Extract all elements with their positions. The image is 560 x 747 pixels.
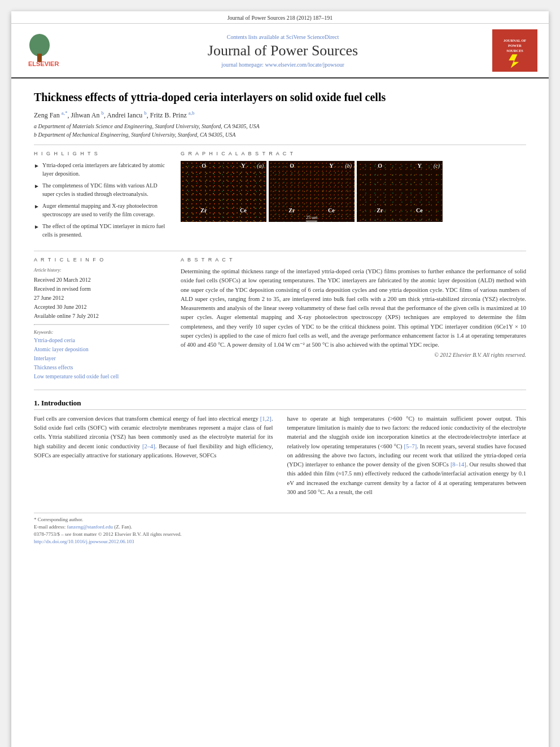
email-address[interactable]: fanzeng@stanford.edu [67, 524, 113, 530]
ga-panel-c-label: (c) [434, 163, 440, 169]
introduction-section: 1. Introduction Fuel cells are conversio… [34, 399, 526, 501]
authors-text: Zeng Fan a,*, Jihwan An b, Andrei Iancu … [34, 111, 194, 119]
highlight-arrow-3: ► [34, 202, 40, 211]
journal-ref-bar: Journal of Power Sources 218 (2012) 187–… [11, 11, 549, 24]
ga-el-Ce-c: Ce [416, 207, 423, 213]
doi-link[interactable]: http://dx.doi.org/10.1016/j.jpowsour.201… [34, 539, 134, 544]
abstract-col: A B S T R A C T Determining the optimal … [181, 257, 526, 381]
intro-col-right: have to operate at high temperatures (>6… [287, 414, 527, 501]
highlight-item-2: ► The completeness of YDC films with var… [34, 181, 169, 198]
ref-5-7[interactable]: [5–7] [404, 443, 417, 449]
intro-para-1: Fuel cells are conversion devices that t… [34, 414, 273, 460]
ga-panel-a-bottom: Zr Ce [181, 206, 266, 215]
svg-text:POWER: POWER [508, 43, 522, 47]
corresponding-line: * Corresponding author. [34, 517, 526, 522]
ga-panel-c: O Y Zr Ce (c) [357, 161, 443, 222]
highlights-section: H I G H L I G H T S ► Yttria-doped ceria… [34, 151, 169, 242]
article-info-col: A R T I C L E I N F O Article history: R… [34, 257, 169, 381]
highlight-item-3: ► Auger elemental mapping and X-ray phot… [34, 202, 169, 219]
received-date: Received 20 March 2012 [34, 276, 169, 285]
highlight-arrow-1: ► [34, 161, 40, 170]
ga-panels: O Y Zr Ce (a) O Y [181, 161, 526, 222]
svg-text:JOURNAL OF: JOURNAL OF [504, 38, 527, 42]
history-label: Article history: [34, 267, 169, 274]
highlights-graphical-section: H I G H L I G H T S ► Yttria-doped ceria… [34, 151, 526, 242]
highlight-item-1: ► Yttria-doped ceria interlayers are fab… [34, 161, 169, 178]
divider-2 [34, 251, 526, 251]
ga-el-O-c: O [378, 163, 382, 169]
received-revised-label: Received in revised form [34, 285, 169, 294]
ga-el-Ce-a: Ce [240, 207, 247, 213]
graphical-abstract-heading: G R A P H I C A L A B S T R A C T [181, 151, 526, 156]
abstract-text: Determining the optimal thickness range … [181, 267, 526, 350]
ga-panel-a-top: O Y [181, 161, 266, 171]
highlight-text-2: The completeness of YDC films with vario… [42, 181, 169, 198]
ga-panel-b-bottom: Zr Ce [269, 206, 355, 215]
keyword-3: Interlayer [34, 354, 169, 363]
sciverse-text: Contents lists available at [227, 34, 286, 40]
highlight-arrow-2: ► [34, 182, 40, 190]
keyword-2: Atomic layer deposition [34, 345, 169, 354]
ga-panel-b: O Y Zr Ce (b) 25 um [269, 161, 355, 222]
highlight-text-3: Auger elemental mapping and X-ray photoe… [42, 202, 169, 219]
ga-el-Zr-b: Zr [288, 207, 295, 213]
email-suffix: (Z. Fan). [114, 524, 132, 530]
intro-body: Fuel cells are conversion devices that t… [34, 414, 526, 501]
intro-heading: 1. Introduction [34, 399, 526, 410]
article-info-box: Article history: Received 20 March 2012 … [34, 267, 169, 321]
corresponding-label: * Corresponding author. [34, 517, 83, 522]
article-title: Thickness effects of yttria-doped ceria … [34, 90, 526, 104]
intro-para-2: have to operate at high temperatures (>6… [287, 414, 527, 497]
svg-point-1 [29, 34, 50, 56]
highlights-heading: H I G H L I G H T S [34, 151, 169, 156]
info-divider [34, 324, 169, 325]
ga-panel-a-label: (a) [257, 163, 264, 169]
intro-col-left: Fuel cells are conversion devices that t… [34, 414, 273, 501]
keywords-section: Keywords: Yttria-doped ceria Atomic laye… [34, 330, 169, 381]
highlight-text-1: Yttria-doped ceria interlayers are fabri… [42, 161, 169, 178]
ga-el-Zr-c: Zr [377, 207, 383, 213]
journal-ref-text: Journal of Power Sources 218 (2012) 187–… [228, 15, 333, 21]
affiliation-b: b Department of Mechanical Engineering, … [34, 130, 526, 139]
ga-el-Y-b: Y [330, 163, 334, 169]
affiliation-a: a Department of Materials Science and En… [34, 122, 526, 130]
svg-text:SOURCES: SOURCES [506, 49, 523, 53]
affiliations: a Department of Materials Science and En… [34, 122, 526, 139]
ga-panel-a: O Y Zr Ce (a) [181, 161, 266, 222]
ga-panel-b-label: (b) [345, 163, 352, 169]
article-info-abstract-section: A R T I C L E I N F O Article history: R… [34, 257, 526, 381]
keyword-1: Yttria-doped ceria [34, 336, 169, 345]
ga-panel-c-bottom: Zr Ce [357, 206, 443, 215]
ref-2-4[interactable]: [2–4] [142, 443, 155, 449]
elsevier-logo: ELSEVIER [23, 31, 73, 70]
available-date: Available online 7 July 2012 [34, 312, 169, 321]
keyword-4: Thickness effects [34, 363, 169, 372]
ga-el-O-a: O [202, 163, 206, 169]
ref-1-2[interactable]: [1,2] [260, 416, 272, 422]
svg-text:ELSEVIER: ELSEVIER [28, 60, 59, 67]
homepage-text: journal homepage: [221, 62, 265, 68]
intro-number: 1. [34, 399, 40, 407]
article-info-heading: A R T I C L E I N F O [34, 257, 169, 263]
article-footer: * Corresponding author. E-mail address: … [34, 513, 526, 544]
email-line: E-mail address: fanzeng@stanford.edu (Z.… [34, 524, 526, 530]
ga-el-Y-c: Y [418, 163, 422, 169]
journal-logo-svg: JOURNAL OF POWER SOURCES [495, 29, 535, 72]
highlight-text-4: The effect of the optimal YDC interlayer… [42, 222, 169, 239]
journal-title: Journal of Power Sources [79, 42, 487, 59]
homepage-link[interactable]: www.elsevier.com/locate/jpowsour [265, 62, 344, 68]
ga-el-O-b: O [290, 163, 294, 169]
received-revised-date: 27 June 2012 [34, 294, 169, 303]
elsevier-logo-svg: ELSEVIER [23, 31, 73, 68]
abstract-heading: A B S T R A C T [181, 257, 526, 263]
ga-el-Zr-a: Zr [200, 207, 207, 213]
page: Journal of Power Sources 218 (2012) 187–… [11, 11, 549, 747]
keyword-5: Low temperature solid oxide fuel cell [34, 372, 169, 381]
sciverse-link[interactable]: SciVerse ScienceDirect [286, 34, 339, 40]
highlights-list: ► Yttria-doped ceria interlayers are fab… [34, 161, 169, 239]
ref-8-14[interactable]: [8–14] [450, 461, 466, 468]
journal-homepage: journal homepage: www.elsevier.com/locat… [79, 62, 487, 68]
highlight-arrow-4: ► [34, 222, 40, 231]
issn-text: 0378-7753/$ – see front matter © 2012 El… [34, 531, 182, 537]
journal-header: ELSEVIER Contents lists available at Sci… [11, 24, 549, 78]
